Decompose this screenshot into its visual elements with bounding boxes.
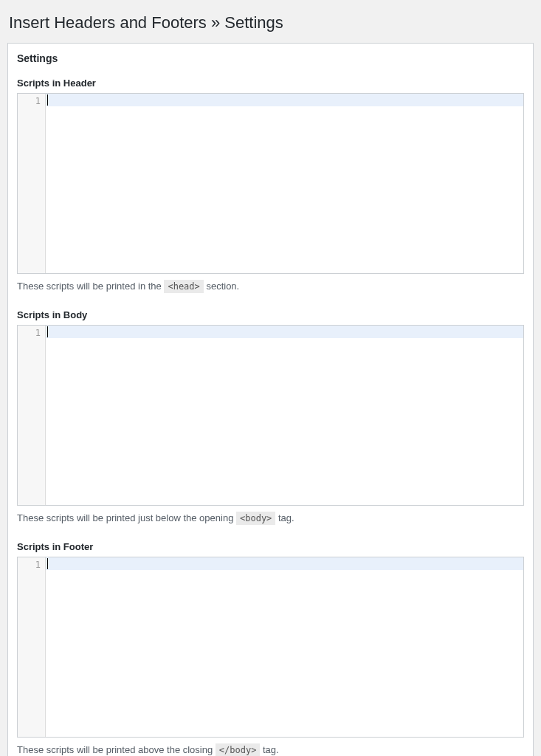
footer-scripts-input[interactable] — [46, 557, 523, 737]
header-help-prefix: These scripts will be printed in the — [17, 281, 164, 292]
footer-help-suffix: tag. — [260, 744, 278, 755]
header-help-suffix: section. — [204, 281, 239, 292]
header-scripts-input[interactable] — [46, 94, 523, 273]
footer-scripts-editor[interactable]: 1 — [17, 557, 524, 738]
header-help-text: These scripts will be printed in the <he… — [17, 280, 524, 293]
body-help-tag: <body> — [236, 512, 275, 525]
body-scripts-input[interactable] — [46, 326, 523, 505]
header-scripts-label: Scripts in Header — [17, 78, 524, 89]
body-scripts-label: Scripts in Body — [17, 309, 524, 320]
body-scripts-editor[interactable]: 1 — [17, 325, 524, 506]
body-help-prefix: These scripts will be printed just below… — [17, 512, 236, 523]
settings-heading: Settings — [17, 52, 524, 64]
footer-help-tag: </body> — [216, 743, 261, 756]
footer-help-text: These scripts will be printed above the … — [17, 743, 524, 756]
header-help-tag: <head> — [164, 280, 203, 293]
body-help-suffix: tag. — [275, 512, 294, 523]
page-title: Insert Headers and Footers » Settings — [9, 13, 534, 32]
footer-gutter: 1 — [18, 557, 46, 737]
settings-panel: Settings Scripts in Header 1 These scrip… — [7, 43, 534, 756]
body-help-text: These scripts will be printed just below… — [17, 512, 524, 525]
header-gutter: 1 — [18, 94, 46, 273]
body-gutter: 1 — [18, 326, 46, 505]
header-scripts-editor[interactable]: 1 — [17, 93, 524, 274]
footer-scripts-label: Scripts in Footer — [17, 541, 524, 552]
footer-help-prefix: These scripts will be printed above the … — [17, 744, 216, 755]
